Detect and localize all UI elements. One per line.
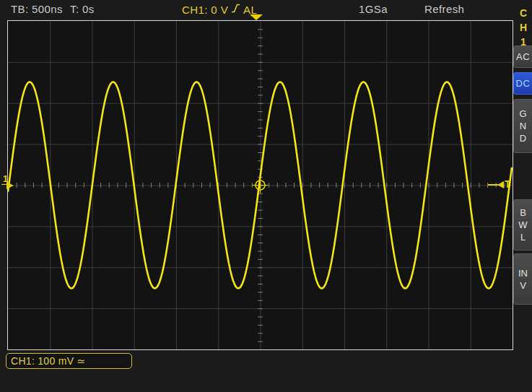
- softkey-label: GND: [518, 108, 528, 144]
- softkey-coupling-dc[interactable]: DC: [513, 72, 532, 95]
- scope-graticule: [8, 21, 513, 349]
- softkey-coupling-ac[interactable]: AC: [513, 45, 532, 68]
- channel1-scale-readout: CH1: 100 mV ≃: [6, 353, 132, 369]
- trigger-level-marker: T: [488, 177, 513, 191]
- softkey-label: AC: [516, 51, 530, 62]
- softkey-coupling-gnd[interactable]: GND: [513, 99, 532, 153]
- channel1-position-marker: 1: [1, 172, 9, 185]
- softkey-label: BWL: [518, 206, 528, 243]
- trigger-source-label: CH1: 0 V: [182, 4, 228, 16]
- status-bar: TB: 500ns T: 0s CH1: 0 V AL 1GSa Refresh: [0, 0, 532, 20]
- softkey-bandwidth-limit[interactable]: BWL: [513, 199, 532, 251]
- waveform-display: [7, 20, 513, 350]
- trigger-position-marker: [250, 14, 263, 20]
- softkey-menu: CH1 AC DC GND BWL INV: [513, 0, 532, 392]
- softkey-invert[interactable]: INV: [513, 253, 532, 305]
- sample-rate-readout: 1GSa: [359, 3, 388, 15]
- trigger-arrow-icon: [497, 181, 504, 188]
- channel-menu-title: CH1: [518, 6, 528, 49]
- channel1-scale-label: CH1: 100 mV ≃: [11, 355, 86, 367]
- acquisition-mode-readout: Refresh: [424, 3, 464, 15]
- channel1-arrow-icon: [6, 182, 14, 189]
- timebase-readout: TB: 500ns: [11, 3, 63, 15]
- trigger-level-line: [488, 184, 498, 186]
- softkey-label: DC: [516, 78, 531, 89]
- time-readout: T: 0s: [70, 3, 95, 15]
- rising-edge-icon: [231, 3, 240, 16]
- trigger-mode-label: AL: [243, 4, 257, 16]
- trigger-point-marker: [253, 178, 269, 193]
- trigger-readout: CH1: 0 V AL: [182, 3, 257, 16]
- trigger-level-label: T: [505, 178, 511, 190]
- softkey-label: INV: [518, 267, 528, 292]
